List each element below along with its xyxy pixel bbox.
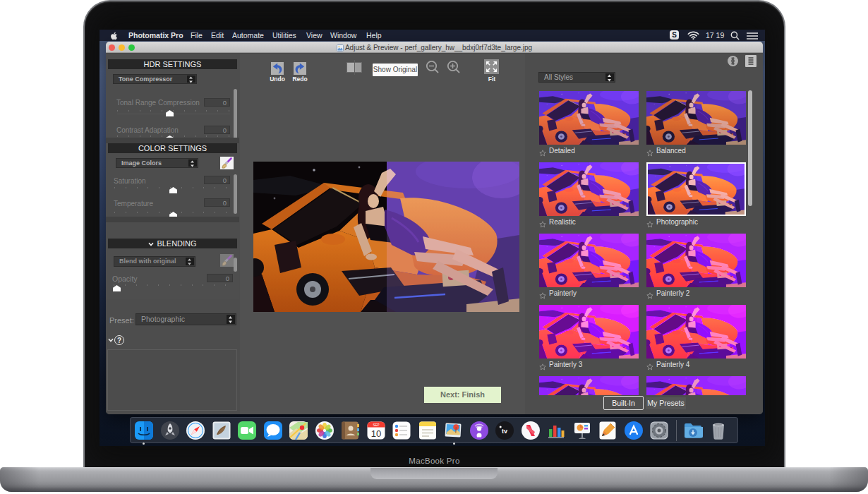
svg-text:SEP: SEP: [373, 423, 379, 426]
svg-text:tv: tv: [502, 428, 507, 435]
svg-text:10: 10: [371, 428, 381, 439]
